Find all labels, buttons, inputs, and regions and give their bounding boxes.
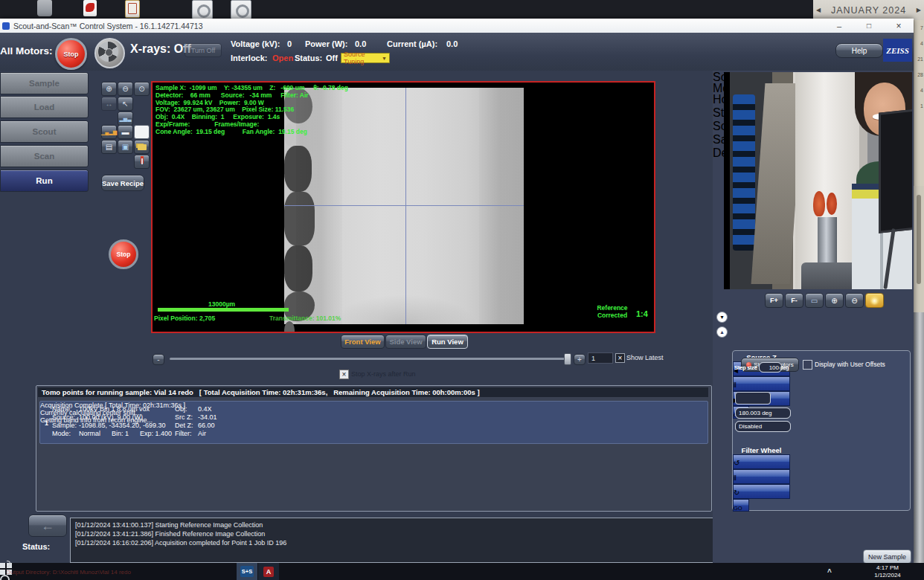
turn-off-label: Turn Off [191, 47, 216, 54]
run-stop-button[interactable]: Stop [109, 239, 138, 269]
filter-wheel-target-input[interactable] [735, 392, 771, 405]
tray-clock[interactable]: 4:17 PM 1/12/2024 [872, 564, 903, 579]
focus-plus-button[interactable]: F+ [765, 293, 783, 308]
sidebar-item-run[interactable]: Run [0, 170, 89, 192]
zoom-window-icon: ⊙ [138, 85, 144, 93]
scout-scan-taskbar-cell[interactable]: S+S [237, 563, 257, 580]
zoom-in-icon: ⊕ [106, 85, 112, 93]
slider-minus-button[interactable]: - [153, 354, 164, 365]
close-button[interactable]: × [884, 21, 914, 31]
scale-bar [158, 308, 289, 312]
sidebar-item-load[interactable]: Load [0, 96, 89, 118]
source-z-pause-button[interactable]: Ⅱ [733, 376, 790, 391]
focus-minus-button[interactable]: F- [785, 293, 803, 308]
sidebar-item-sample[interactable]: Sample [0, 72, 89, 94]
status-value: Off [326, 54, 338, 62]
pause-icon: Ⅱ [734, 382, 737, 389]
levels-icon: ▁▄▂▆ [101, 129, 117, 135]
tomo-field-label: Source: [52, 413, 75, 421]
gear-glyph [236, 4, 249, 18]
pan-button[interactable]: ↔ [101, 97, 117, 111]
all-motors-label: All Motors: [0, 45, 53, 57]
recycle-bin-icon[interactable] [37, 0, 52, 16]
calendar-next-icon[interactable]: ▶ [917, 7, 921, 13]
stop-xrays-checkbox[interactable]: × [339, 370, 349, 379]
slider-plus-button[interactable]: + [574, 354, 585, 365]
zoom-out-button[interactable]: ⊖ [118, 82, 133, 96]
chamber-light-button[interactable] [865, 293, 884, 308]
histogram-button[interactable]: ▂▅▃ [118, 112, 133, 126]
open-folder-button[interactable] [134, 140, 150, 154]
copy-image-button[interactable]: ▣ [118, 140, 133, 154]
xray-viewport[interactable]: Sample X: -1099 um Y: -34355 um Z: -699 … [151, 81, 655, 333]
pixel-position-readout: Pixel Position: 2,705 [154, 315, 215, 322]
filter-wheel-go-button[interactable]: GO [733, 499, 749, 512]
calendar-prev-icon[interactable]: ◀ [816, 7, 821, 13]
gear-app-icon[interactable] [192, 0, 213, 19]
tomo-field-label: Obj: [175, 405, 187, 413]
status-back-button[interactable]: ← [28, 515, 67, 537]
tomo-points-panel: Tomo points for running sample: Vial 14 … [36, 385, 712, 512]
all-motors-stop-button[interactable]: Stop [55, 38, 87, 70]
save-recipe-button[interactable]: Save Recipe [101, 175, 144, 191]
pdf-file-icon[interactable] [83, 0, 97, 16]
front-view-button[interactable]: Front View [341, 335, 385, 349]
current-label: Current (µA): [387, 39, 437, 48]
image-slider-thumb[interactable] [564, 353, 571, 365]
filter-wheel-pause-button[interactable]: Ⅱ [733, 469, 790, 484]
current-value: 0.0 [446, 39, 458, 48]
tomo-row[interactable]: 1 Name: 100kV Bin 1 8.8 um vox Source: 1… [39, 401, 708, 444]
source-tuning-dropdown[interactable]: Source Tuning ▼ [341, 53, 390, 63]
zoom-window-button[interactable]: ⊙ [134, 82, 150, 96]
levels-button[interactable]: ▁▄▂▆ [101, 125, 117, 139]
sidebar-label: Load [34, 103, 54, 112]
maximize-button[interactable]: □ [854, 22, 884, 30]
joystick-button[interactable] [134, 155, 150, 169]
pointer-button[interactable]: ↖ [118, 97, 133, 111]
gear-app-icon-2[interactable] [231, 0, 251, 19]
desktop: ◀ JANUARY 2024 ▶ 7 4 21 28 4 1 Scout-and… [0, 0, 924, 580]
show-latest-checkbox[interactable]: × [615, 353, 625, 363]
sliver-day: 4 [914, 83, 923, 98]
filter-wheel-step-input[interactable]: 100 [759, 362, 782, 373]
ruler-icon: ▬ [122, 128, 129, 136]
motion-control-expander[interactable]: ▴ [716, 326, 728, 338]
tray-chevron-icon[interactable]: ^ [827, 568, 832, 576]
filter-wheel-cw-button[interactable]: ↻ [733, 484, 790, 499]
sidebar-item-scan[interactable]: Scan [0, 145, 89, 167]
image-slider-track[interactable] [170, 358, 570, 360]
zoom-in-button[interactable]: ⊕ [101, 82, 117, 96]
sidebar-label: Scan [34, 152, 55, 161]
print-button[interactable]: ▤ [101, 140, 117, 154]
filter-wheel-ccw-button[interactable]: ↺ [733, 454, 790, 469]
zoom-out-icon: ⊖ [122, 85, 128, 93]
new-sample-button[interactable]: New Sample [863, 550, 911, 564]
calendar-sliver-scroll[interactable] [914, 186, 924, 312]
document-file-icon[interactable] [125, 0, 140, 18]
ruler-button[interactable]: ▬ [118, 125, 133, 139]
interlock-value: Open [272, 54, 293, 62]
minimize-button[interactable]: – [824, 22, 854, 30]
camera-display-button[interactable]: ▭ [805, 293, 824, 308]
run-view-button[interactable]: Run View [427, 335, 468, 349]
search-icon[interactable] [0, 575, 924, 580]
scale-bar-label: 13000µm [208, 300, 235, 308]
side-view-button[interactable]: Side View [385, 335, 426, 349]
titlebar[interactable]: Scout-and-Scan™ Control System - 16.1.14… [0, 19, 914, 33]
camera-zoom-in-button[interactable]: ⊕ [825, 293, 844, 308]
source-control-expander[interactable]: ▾ [716, 312, 728, 323]
help-button[interactable]: Help [835, 43, 883, 58]
turn-off-button[interactable]: Turn Off [185, 43, 222, 57]
user-offsets-checkbox[interactable] [803, 360, 812, 370]
xrays-status-label: X-rays: Off [130, 42, 191, 56]
machine-slats [733, 94, 755, 251]
status-log[interactable]: [01/12/2024 13:41:00.137] Starting Refer… [70, 518, 809, 563]
app-window: Scout-and-Scan™ Control System - 16.1.14… [0, 19, 914, 563]
sliver-day: 28 [914, 67, 923, 83]
camera-zoom-out-button[interactable]: ⊖ [845, 293, 864, 308]
sidebar-item-scout[interactable]: Scout [0, 120, 89, 143]
run-view-label: Run View [431, 338, 463, 346]
acrobat-taskbar-cell[interactable]: A [258, 563, 279, 580]
image-index-field[interactable]: 1 [588, 352, 613, 364]
display-button[interactable] [134, 125, 150, 139]
